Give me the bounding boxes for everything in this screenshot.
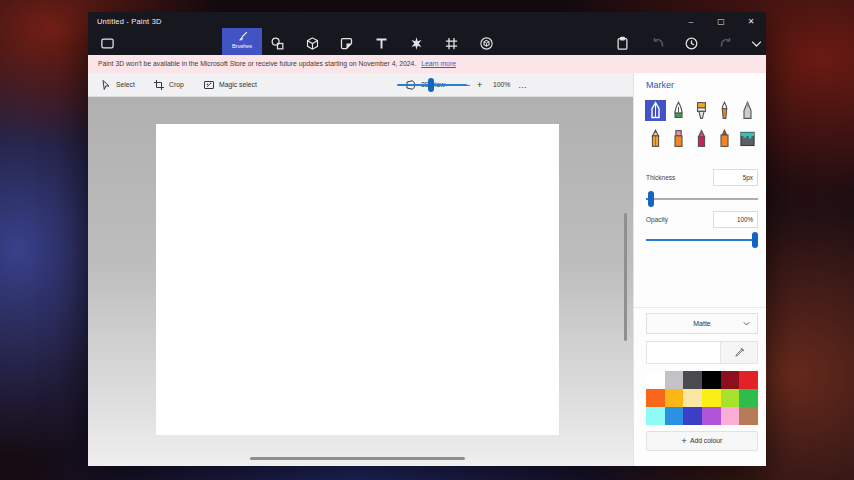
close-button[interactable]: ✕: [736, 12, 766, 32]
colour-swatch[interactable]: [721, 407, 740, 425]
panel-title: Marker: [646, 80, 674, 90]
opacity-slider[interactable]: [646, 239, 758, 241]
select-button[interactable]: Select: [116, 73, 135, 97]
material-dropdown[interactable]: Matte: [646, 313, 758, 334]
effects-icon[interactable]: [409, 36, 424, 51]
redo-icon[interactable]: [719, 36, 734, 51]
brush-pixel-pen[interactable]: [714, 128, 735, 149]
learn-more-link[interactable]: Learn more: [421, 60, 456, 67]
thickness-input[interactable]: 5px: [713, 169, 758, 186]
canvas-icon[interactable]: [444, 36, 459, 51]
more-options-button[interactable]: …: [518, 73, 527, 97]
store-notice-banner: Paint 3D won't be available in the Micro…: [88, 55, 766, 73]
thickness-slider[interactable]: [646, 198, 758, 200]
vertical-scrollbar[interactable]: [624, 213, 627, 341]
colour-swatch[interactable]: [702, 371, 721, 389]
horizontal-scrollbar[interactable]: [250, 457, 465, 460]
chevron-down-icon[interactable]: [749, 36, 764, 51]
zoom-level: 100%: [493, 73, 510, 97]
maximize-button[interactable]: ▢: [706, 12, 736, 32]
tab-brushes[interactable]: Brushes: [222, 28, 262, 55]
colour-swatch[interactable]: [665, 371, 684, 389]
select-cursor-icon[interactable]: [100, 79, 112, 91]
brush-oil-brush[interactable]: [691, 100, 712, 121]
colour-swatch[interactable]: [665, 407, 684, 425]
brush-pencil[interactable]: [645, 128, 666, 149]
thickness-label: Thickness: [646, 174, 675, 181]
magic-select-icon[interactable]: [203, 79, 215, 91]
undo-icon[interactable]: [650, 36, 665, 51]
text-icon[interactable]: [374, 36, 389, 51]
colour-swatch[interactable]: [683, 371, 702, 389]
brush-crayon[interactable]: [691, 128, 712, 149]
menu-icon[interactable]: [100, 36, 115, 51]
crop-button[interactable]: Crop: [169, 73, 184, 97]
opacity-label: Opacity: [646, 216, 668, 223]
colour-swatch[interactable]: [739, 371, 758, 389]
colour-swatch[interactable]: [646, 407, 665, 425]
opacity-input[interactable]: 100%: [713, 211, 758, 228]
colour-palette: [646, 371, 758, 425]
paste-icon[interactable]: [615, 36, 630, 51]
drawing-canvas[interactable]: [156, 124, 559, 435]
colour-swatch[interactable]: [739, 389, 758, 407]
zoom-slider-thumb[interactable]: [428, 78, 434, 92]
main-toolbar: Brushes: [88, 32, 766, 55]
colour-swatch[interactable]: [721, 371, 740, 389]
title-bar: Untitled - Paint 3D – ▢ ✕: [88, 12, 766, 32]
eyedropper-icon: [721, 347, 757, 358]
minimize-button[interactable]: –: [676, 12, 706, 32]
panel-divider: [634, 307, 766, 308]
paint3d-window: Untitled - Paint 3D – ▢ ✕ Brushes: [88, 12, 766, 466]
brush-calligraphy-pen[interactable]: [668, 100, 689, 121]
3d-shapes-icon[interactable]: [305, 36, 320, 51]
history-icon[interactable]: [684, 36, 699, 51]
brush-airbrush[interactable]: [737, 100, 758, 121]
crop-icon[interactable]: [153, 79, 165, 91]
workspace: [88, 97, 633, 466]
colour-swatch[interactable]: [702, 389, 721, 407]
brushes-tab-label: Brushes: [222, 43, 262, 49]
edit-toolbar: Select Crop Magic select 3D view − + 100…: [88, 73, 633, 97]
3d-library-icon[interactable]: [479, 36, 494, 51]
brush-fill[interactable]: [737, 128, 758, 149]
eyedropper-button[interactable]: [720, 342, 757, 363]
window-title: Untitled - Paint 3D: [97, 17, 162, 26]
add-colour-label: Add colour: [690, 437, 723, 444]
stickers-icon[interactable]: [339, 36, 354, 51]
thickness-slider-thumb[interactable]: [648, 191, 654, 207]
colour-swatch[interactable]: [683, 389, 702, 407]
colour-swatch[interactable]: [702, 407, 721, 425]
plus-icon: +: [682, 436, 687, 446]
magic-select-button[interactable]: Magic select: [219, 73, 257, 97]
zoom-in-button[interactable]: +: [477, 73, 482, 97]
opacity-slider-thumb[interactable]: [752, 232, 758, 248]
colour-swatch[interactable]: [739, 407, 758, 425]
colour-swatch[interactable]: [665, 389, 684, 407]
chevron-down-icon: [742, 319, 751, 328]
current-colour-well[interactable]: [646, 341, 758, 364]
colour-swatch[interactable]: [721, 389, 740, 407]
brush-eraser[interactable]: [668, 128, 689, 149]
colour-swatch[interactable]: [646, 389, 665, 407]
colour-swatch[interactable]: [646, 371, 665, 389]
material-value: Matte: [693, 320, 711, 327]
brush-marker[interactable]: [645, 100, 666, 121]
add-colour-button[interactable]: +Add colour: [646, 431, 758, 451]
brush-icon: [236, 30, 249, 43]
brush-watercolour[interactable]: [714, 100, 735, 121]
colour-swatch[interactable]: [683, 407, 702, 425]
banner-text: Paint 3D won't be available in the Micro…: [98, 60, 416, 67]
2d-shapes-icon[interactable]: [270, 36, 285, 51]
zoom-slider[interactable]: [397, 84, 467, 86]
brush-settings-panel: Marker: [633, 73, 766, 466]
